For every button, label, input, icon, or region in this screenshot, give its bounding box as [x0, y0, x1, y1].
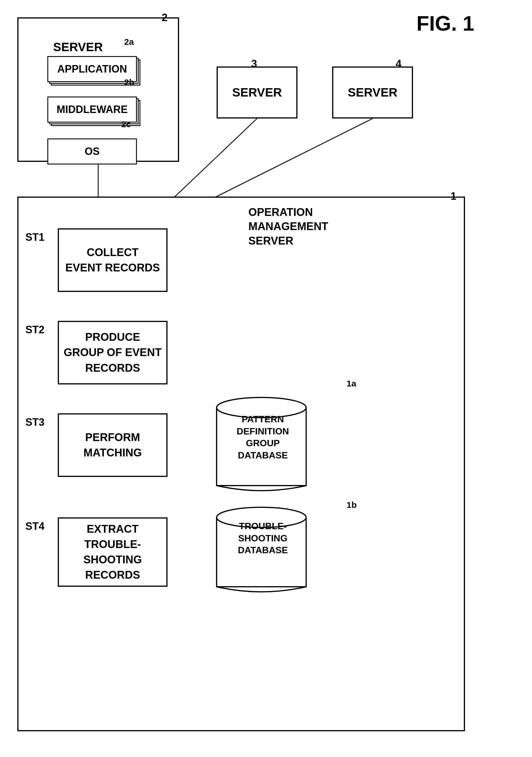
collect-event-records-box: COLLECTEVENT RECORDS — [58, 228, 168, 292]
label-1b: 1b — [347, 500, 357, 510]
st3-label: ST3 — [25, 416, 44, 428]
label-2c: 2c — [121, 119, 131, 129]
produce-group-text: PRODUCEGROUP OF EVENTRECORDS — [64, 329, 161, 376]
mw-stack-front: MIDDLEWARE — [47, 97, 137, 123]
label-2: 2 — [162, 12, 168, 24]
server-4-label: SERVER — [348, 85, 397, 100]
os-box: OS — [47, 138, 137, 165]
application-label: APPLICATION — [57, 63, 127, 75]
label-4: 4 — [396, 58, 402, 70]
server-3-box: SERVER — [217, 67, 297, 118]
server-main-label: SERVER — [53, 40, 103, 54]
oms-label: OPERATIONMANAGEMENTSERVER — [248, 205, 328, 248]
label-3: 3 — [251, 58, 257, 70]
pattern-db-label: PATTERNDEFINITIONGROUPDATABASE — [219, 413, 306, 461]
extract-troubleshooting-text: EXTRACTTROUBLE-SHOOTINGRECORDS — [83, 522, 142, 583]
extract-troubleshooting-box: EXTRACTTROUBLE-SHOOTINGRECORDS — [58, 517, 168, 587]
middleware-label: MIDDLEWARE — [57, 104, 128, 116]
label-1: 1 — [451, 190, 456, 202]
st2-label: ST2 — [25, 324, 44, 336]
st1-label: ST1 — [25, 231, 44, 243]
os-label: OS — [85, 145, 99, 158]
trouble-db-label: TROUBLE-SHOOTINGDATABASE — [218, 520, 308, 557]
server-3-label: SERVER — [232, 85, 282, 100]
perform-matching-box: PERFORMMATCHING — [58, 413, 168, 477]
label-1a: 1a — [347, 378, 356, 388]
label-2b: 2b — [124, 77, 134, 87]
diagram-container: FIG. 1 SERVER APPLICATION MIDDLEWARE OS … — [0, 0, 532, 757]
oms-label-text: OPERATIONMANAGEMENTSERVER — [248, 206, 328, 247]
perform-matching-text: PERFORMMATCHING — [83, 430, 142, 461]
st4-label: ST4 — [25, 520, 44, 532]
figure-title: FIG. 1 — [416, 12, 474, 35]
app-stack-front: APPLICATION — [47, 56, 137, 82]
label-2a: 2a — [124, 37, 134, 47]
collect-event-records-text: COLLECTEVENT RECORDS — [65, 245, 160, 275]
server-4-box: SERVER — [332, 67, 413, 118]
server-main-box: SERVER APPLICATION MIDDLEWARE OS — [17, 17, 179, 162]
produce-group-box: PRODUCEGROUP OF EVENTRECORDS — [58, 321, 168, 384]
